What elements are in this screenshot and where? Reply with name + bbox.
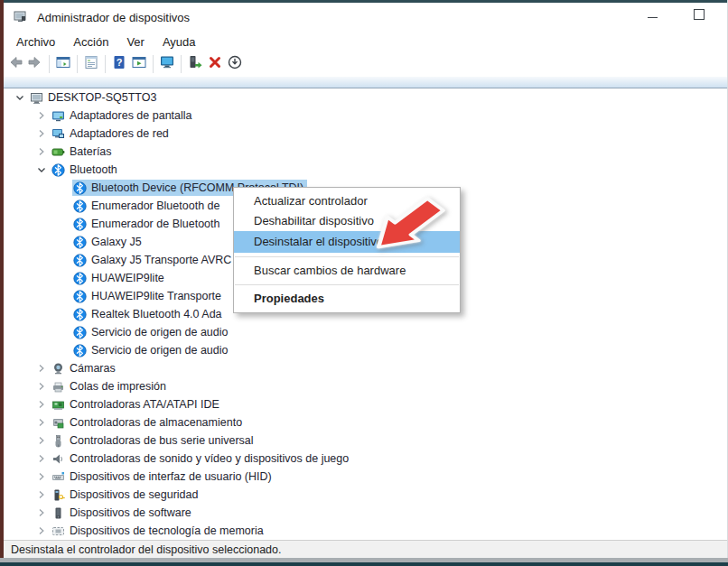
help-topics-button[interactable] bbox=[129, 53, 149, 75]
tree-item[interactable]: Controladoras ATA/ATAPI IDE bbox=[51, 396, 223, 413]
tree-item-label: Servicio de origen de audio bbox=[91, 344, 229, 357]
tree-row[interactable]: Adaptadores de red bbox=[4, 125, 724, 143]
tree-item[interactable]: Galaxy J5 bbox=[72, 234, 145, 250]
memory-tech-icon bbox=[51, 524, 65, 538]
tree-item-label: Galaxy J5 Transporte AVRC bbox=[91, 254, 231, 266]
tree-item-label: Bluetooth bbox=[70, 163, 117, 176]
tree-item[interactable]: Dispositivos de software bbox=[51, 505, 195, 521]
tree-row[interactable]: Bluetooth bbox=[4, 161, 724, 179]
no-chevron bbox=[56, 235, 70, 249]
tree-row[interactable]: Controladoras de sonido y vídeo y dispos… bbox=[4, 450, 724, 468]
tree-row[interactable]: Controladoras de almacenamiento bbox=[4, 413, 724, 431]
back-button[interactable] bbox=[5, 53, 25, 75]
update-driver-icon bbox=[187, 54, 203, 74]
tree-item[interactable]: HUAWEIP9lite Transporte bbox=[72, 288, 225, 304]
uninstall-device-button[interactable] bbox=[205, 53, 225, 75]
tree-row[interactable]: Colas de impresión bbox=[4, 377, 724, 395]
chevron-right-icon[interactable] bbox=[34, 415, 49, 430]
properties-button[interactable] bbox=[81, 53, 101, 75]
chevron-right-icon[interactable] bbox=[34, 108, 49, 123]
help-button[interactable]: ? bbox=[109, 53, 129, 75]
chevron-right-icon[interactable] bbox=[34, 379, 49, 394]
tree-item[interactable]: Cámaras bbox=[51, 360, 119, 376]
tree-item[interactable]: Galaxy J5 Transporte AVRC bbox=[72, 252, 235, 268]
chevron-right-icon[interactable] bbox=[34, 361, 49, 376]
tree-row[interactable]: Dispositivos de seguridad bbox=[4, 486, 724, 504]
chevron-down-icon[interactable] bbox=[13, 90, 27, 105]
tree-item[interactable]: Dispositivos de interfaz de usuario (HID… bbox=[51, 469, 275, 485]
tree-item[interactable]: Controladoras de bus serie universal bbox=[51, 432, 257, 449]
chevron-right-icon[interactable] bbox=[34, 126, 49, 141]
tree-row[interactable]: Baterías bbox=[4, 143, 724, 161]
tree-item[interactable]: Enumerador Bluetooth de bbox=[72, 198, 223, 214]
chevron-right-icon[interactable] bbox=[34, 451, 49, 466]
window-green-icon bbox=[131, 54, 147, 74]
tree-item-label: Controladoras de sonido y vídeo y dispos… bbox=[70, 452, 349, 465]
tree-item[interactable]: Adaptadores de pantalla bbox=[51, 107, 196, 124]
update-driver-button[interactable] bbox=[185, 53, 205, 75]
menu-ver[interactable]: Ver bbox=[117, 33, 154, 51]
bluetooth-icon bbox=[73, 344, 87, 357]
tree-row[interactable]: DESKTOP-SQ5TTO3 bbox=[4, 88, 724, 107]
security-device-icon bbox=[51, 488, 65, 502]
tree-item[interactable]: HUAWEIP9lite bbox=[72, 270, 168, 286]
tree-item[interactable]: DESKTOP-SQ5TTO3 bbox=[29, 89, 160, 106]
chevron-right-icon[interactable] bbox=[34, 487, 49, 502]
tree-row[interactable]: Controladoras de bus serie universal bbox=[4, 431, 724, 450]
tree-item[interactable]: Bluetooth bbox=[51, 162, 121, 178]
menu-accion[interactable]: Acción bbox=[64, 33, 117, 51]
tree-item[interactable]: Dispositivos de tecnología de memoria bbox=[51, 523, 267, 539]
bluetooth-icon bbox=[51, 163, 65, 177]
tree-item[interactable]: Controladoras de almacenamiento bbox=[51, 414, 246, 431]
tree-item[interactable]: Colas de impresión bbox=[51, 378, 170, 394]
tree-row[interactable]: Dispositivos de software bbox=[4, 504, 724, 522]
tree-item[interactable]: Enumerador de Bluetooth bbox=[72, 216, 223, 232]
tree-item-label: HUAWEIP9lite Transporte bbox=[91, 290, 221, 302]
toolbar-separator bbox=[153, 55, 154, 73]
chevron-right-icon[interactable] bbox=[34, 506, 49, 520]
scan-hardware-changes-button[interactable] bbox=[157, 53, 177, 75]
tree-row[interactable]: Servicio de origen de audio bbox=[4, 341, 724, 359]
tree-item[interactable]: Dispositivos de seguridad bbox=[51, 487, 201, 503]
menu-bar: ArchivoAcciónVerAyuda bbox=[4, 32, 727, 51]
disable-device-button[interactable] bbox=[225, 53, 245, 75]
tree-item[interactable]: Baterías bbox=[51, 144, 116, 160]
no-chevron bbox=[56, 343, 70, 357]
tree-row[interactable]: Cámaras bbox=[4, 359, 724, 377]
tree-item-label: Adaptadores de red bbox=[70, 127, 169, 140]
no-chevron bbox=[56, 181, 70, 195]
device-tree: DESKTOP-SQ5TTO3Adaptadores de pantallaAd… bbox=[4, 88, 724, 540]
chevron-down-icon[interactable] bbox=[34, 162, 49, 177]
network-adapter-icon bbox=[51, 127, 65, 141]
context-menu-separator bbox=[235, 284, 459, 285]
tree-row[interactable]: Servicio de origen de audio bbox=[4, 323, 724, 341]
properties-icon bbox=[83, 54, 99, 74]
maximize-button[interactable] bbox=[676, 0, 723, 29]
ide-controller-icon bbox=[51, 398, 65, 412]
tree-item[interactable]: Controladoras de sonido y vídeo y dispos… bbox=[51, 450, 352, 467]
status-bar: Desinstala el controlador del dispositiv… bbox=[4, 540, 727, 558]
chevron-right-icon[interactable] bbox=[34, 144, 49, 159]
chevron-right-icon[interactable] bbox=[34, 433, 49, 448]
forward-button[interactable] bbox=[25, 53, 45, 75]
tree-item[interactable]: Realtek Bluetooth 4.0 Ada bbox=[72, 306, 226, 322]
chevron-right-icon[interactable] bbox=[34, 469, 49, 484]
console-tree-icon bbox=[55, 54, 71, 74]
tree-row[interactable]: Controladoras ATA/ATAPI IDE bbox=[4, 395, 724, 413]
tree-row[interactable]: Dispositivos de interfaz de usuario (HID… bbox=[4, 468, 724, 486]
tree-row[interactable]: Dispositivos de tecnología de memoria bbox=[4, 522, 724, 540]
tree-row[interactable]: Adaptadores de pantalla bbox=[4, 107, 724, 125]
tree-item[interactable]: Servicio de origen de audio bbox=[72, 324, 232, 340]
tree-item[interactable]: Adaptadores de red bbox=[51, 125, 173, 142]
menu-ayuda[interactable]: Ayuda bbox=[154, 33, 205, 51]
menu-archivo[interactable]: Archivo bbox=[7, 33, 64, 51]
tree-item-label: Dispositivos de tecnología de memoria bbox=[70, 524, 264, 537]
chevron-right-icon[interactable] bbox=[34, 524, 49, 538]
show-console-tree-button[interactable] bbox=[53, 53, 73, 75]
storage-controller-icon bbox=[51, 416, 65, 430]
minimize-button[interactable] bbox=[629, 0, 676, 29]
properties-menu-item[interactable]: Propiedades bbox=[234, 289, 460, 309]
tree-item[interactable]: Servicio de origen de audio bbox=[72, 342, 232, 358]
scan-hardware-changes-menu-item[interactable]: Buscar cambios de hardware bbox=[234, 261, 460, 281]
chevron-right-icon[interactable] bbox=[34, 397, 49, 412]
